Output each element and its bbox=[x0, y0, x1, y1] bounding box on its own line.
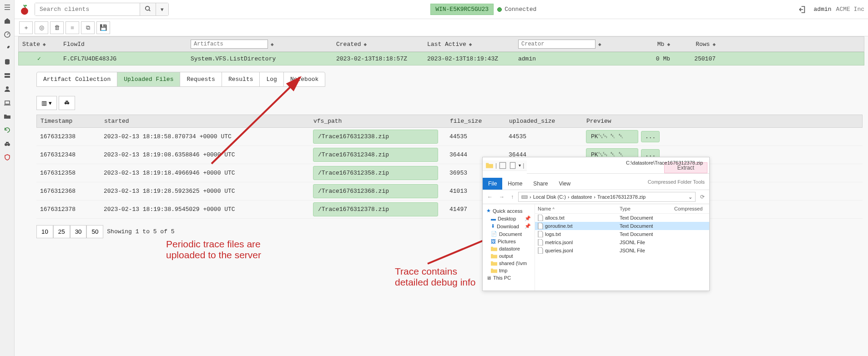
file-row[interactable]: metrics.jsonl JSONL File bbox=[535, 238, 709, 246]
vfs-path-badge[interactable]: /Trace1676312348.zip bbox=[313, 148, 438, 162]
preview-more-button[interactable]: ... bbox=[641, 131, 660, 142]
filecol-name[interactable]: Name ^ bbox=[535, 204, 617, 213]
tab-uploaded-files[interactable]: Uploaded Files bbox=[117, 72, 180, 86]
menu-icon[interactable] bbox=[4, 4, 11, 11]
svg-point-4 bbox=[6, 86, 9, 89]
col-creator[interactable]: ◆ bbox=[515, 37, 642, 51]
explorer-tree: ★Quick access ▬Desktop📌 ⬇Download📌 📄Docu… bbox=[483, 204, 535, 291]
filecol-compressed[interactable]: Compressed bbox=[671, 204, 708, 213]
nav-forward-icon[interactable]: → bbox=[497, 194, 506, 200]
col-created[interactable]: Created◆ bbox=[333, 38, 424, 50]
vfs-path-badge[interactable]: /Trace1676312358.zip bbox=[313, 166, 438, 180]
tree-tmp[interactable]: tmp bbox=[484, 267, 533, 274]
tree-download[interactable]: ⬇Download📌 bbox=[484, 222, 533, 230]
col-vfspath[interactable]: vfs_path bbox=[310, 115, 446, 127]
page-size-50[interactable]: 50 bbox=[86, 225, 103, 238]
refresh-icon[interactable]: ⟳ bbox=[698, 194, 707, 200]
history-icon[interactable] bbox=[4, 126, 11, 134]
tree-documents[interactable]: 📄Document bbox=[484, 230, 533, 238]
tree-quick-access[interactable]: ★Quick access bbox=[484, 207, 533, 215]
annotation-2: Trace contains detailed debug info bbox=[395, 266, 476, 288]
drive-icon bbox=[521, 194, 528, 200]
window-title: C:\datastore\Trace1676312378.zip bbox=[623, 159, 706, 166]
user-icon[interactable] bbox=[4, 85, 11, 93]
logout-icon[interactable] bbox=[798, 5, 807, 14]
tree-pictures[interactable]: 🖼Pictures bbox=[484, 238, 533, 245]
tree-shared[interactable]: shared (\\vm bbox=[484, 260, 533, 267]
col-flowid[interactable]: FlowId bbox=[60, 38, 187, 50]
upload-row[interactable]: 1676312338 2023-02-13 18:18:58.870734 +0… bbox=[36, 128, 863, 146]
ribbon-tab-file[interactable]: File bbox=[483, 178, 502, 190]
columns-button[interactable]: ▥ ▾ bbox=[36, 96, 57, 110]
col-mb[interactable]: Mb◆ bbox=[642, 38, 674, 50]
uploads-table: Timestamp started vfs_path file_size upl… bbox=[36, 115, 863, 219]
copy-button[interactable]: ⧉ bbox=[81, 21, 95, 34]
col-rows[interactable]: Rows◆ bbox=[674, 38, 719, 50]
nav-back-icon[interactable]: ← bbox=[485, 194, 495, 200]
ribbon-tab-home[interactable]: Home bbox=[502, 178, 528, 190]
ts-cell: 1676312368 bbox=[36, 186, 100, 196]
tree-thispc[interactable]: 🖥This PC bbox=[484, 274, 533, 281]
gauge-icon[interactable] bbox=[4, 31, 11, 38]
new-button[interactable]: ＋ bbox=[19, 21, 33, 34]
filecol-type[interactable]: Type bbox=[617, 204, 671, 213]
col-preview[interactable]: Preview bbox=[583, 115, 674, 127]
svg-point-11 bbox=[64, 102, 66, 104]
folder-icon bbox=[485, 161, 494, 170]
ribbon-tab-view[interactable]: View bbox=[553, 178, 576, 190]
connection-label: Connected bbox=[505, 6, 536, 13]
upload-row[interactable]: 1676312348 2023-02-13 18:19:08.6358846 +… bbox=[36, 146, 863, 164]
folder-open-icon[interactable] bbox=[4, 113, 11, 120]
search-button[interactable] bbox=[140, 3, 156, 15]
binoculars-icon[interactable] bbox=[4, 140, 11, 147]
left-rail bbox=[0, 0, 15, 356]
search-dropdown-button[interactable]: ▾ bbox=[156, 3, 168, 15]
creator-filter-input[interactable] bbox=[518, 40, 595, 49]
col-uploadedsize[interactable]: uploaded_size bbox=[505, 115, 583, 127]
svg-rect-16 bbox=[510, 162, 515, 169]
svg-rect-2 bbox=[5, 73, 10, 75]
col-lastactive[interactable]: Last Active◆ bbox=[424, 38, 515, 50]
artifacts-filter-input[interactable] bbox=[191, 40, 268, 49]
ts-cell: 1676312378 bbox=[36, 204, 100, 215]
started-cell: 2023-02-13 18:19:38.9545029 +0000 UTC bbox=[100, 204, 309, 215]
shield-icon[interactable] bbox=[4, 154, 11, 161]
database-icon[interactable] bbox=[4, 58, 11, 65]
page-size-10[interactable]: 10 bbox=[36, 225, 53, 238]
tree-desktop[interactable]: ▬Desktop📌 bbox=[484, 215, 533, 222]
tree-datastore[interactable]: datastore bbox=[484, 245, 533, 252]
save-button[interactable]: 💾 bbox=[96, 21, 110, 34]
page-size-30[interactable]: 30 bbox=[70, 225, 87, 238]
col-filesize[interactable]: file_size bbox=[446, 115, 505, 127]
delete-button[interactable]: 🗑 bbox=[50, 21, 64, 34]
laptop-icon[interactable] bbox=[4, 99, 11, 106]
vfs-path-badge[interactable]: /Trace1676312338.zip bbox=[313, 130, 438, 144]
pager-info: Showing 1 to 5 of 5 bbox=[107, 228, 174, 235]
file-row[interactable]: allocs.txt Text Document bbox=[535, 214, 709, 222]
find-button[interactable] bbox=[59, 96, 75, 110]
ribbon-tab-share[interactable]: Share bbox=[528, 178, 553, 190]
svg-point-12 bbox=[67, 102, 69, 104]
tree-output[interactable]: output bbox=[484, 252, 533, 260]
server-icon[interactable] bbox=[4, 72, 11, 79]
svg-rect-17 bbox=[522, 196, 527, 198]
wrench-icon[interactable] bbox=[4, 45, 11, 52]
breadcrumb[interactable]: › Local Disk (C:) › datastore › Trace167… bbox=[518, 192, 696, 202]
home-icon[interactable] bbox=[4, 17, 11, 25]
file-row[interactable]: logs.txt Text Document bbox=[535, 230, 709, 238]
tab-artifact-collection[interactable]: Artifact Collection bbox=[37, 72, 117, 86]
upload-row[interactable]: 1676312358 2023-02-13 18:19:18.4966946 +… bbox=[36, 164, 863, 182]
search-input[interactable] bbox=[35, 3, 140, 15]
vfs-path-badge[interactable]: /Trace1676312368.zip bbox=[313, 184, 438, 198]
file-row[interactable]: goroutine.txt Text Document bbox=[535, 222, 709, 230]
col-artifacts[interactable]: ◆ bbox=[187, 37, 333, 51]
collection-row[interactable]: ✓ F.CFL7U4DE483JG System.VFS.ListDirecto… bbox=[18, 52, 864, 65]
upload-row[interactable]: 1676312368 2023-02-13 18:19:28.5923625 +… bbox=[36, 182, 863, 201]
page-size-25[interactable]: 25 bbox=[53, 225, 70, 238]
vfs-path-badge[interactable]: /Trace1676312378.zip bbox=[313, 202, 438, 216]
col-timestamp[interactable]: Timestamp bbox=[37, 115, 101, 127]
nav-up-icon[interactable]: ↑ bbox=[509, 194, 515, 200]
target-button[interactable]: ◎ bbox=[35, 21, 48, 34]
col-state[interactable]: State◆ bbox=[19, 38, 60, 50]
file-row[interactable]: queries.jsonl JSONL File bbox=[535, 246, 709, 255]
